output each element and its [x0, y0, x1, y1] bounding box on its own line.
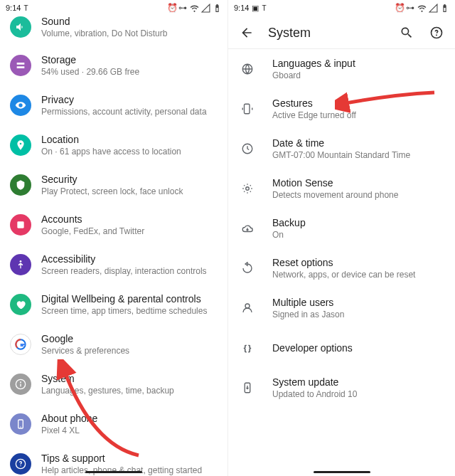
settings-item-sound[interactable]: SoundVolume, vibration, Do Not Disturb: [0, 16, 228, 46]
system-item-system-update[interactable]: System updateUpdated to Android 10: [228, 368, 455, 408]
settings-list[interactable]: SoundVolume, vibration, Do Not DisturbSt…: [0, 16, 228, 476]
settings-item-accounts[interactable]: AccountsGoogle, FedEx, and Twitter: [0, 205, 228, 245]
image-icon: ▣: [252, 4, 259, 13]
settings-item-privacy[interactable]: PrivacyPermissions, account activity, pe…: [0, 85, 228, 125]
settings-pane-main: 9:14 T ⏰ ⊶ SoundVolume, vibration, Do No…: [0, 0, 228, 476]
nav-handle[interactable]: [85, 471, 142, 473]
settings-item-subtitle: On · 61 apps have access to location: [41, 147, 181, 157]
system-item-subtitle: Network, apps, or device can be reset: [272, 270, 415, 280]
settings-item-subtitle: Play Protect, screen lock, face unlock: [41, 186, 183, 196]
svg-rect-11: [245, 104, 250, 114]
system-item-developer-options[interactable]: { }Developer options: [228, 328, 455, 368]
settings-item-system[interactable]: SystemLanguages, gestures, time, backup: [0, 364, 228, 404]
help-icon: [10, 453, 31, 475]
phone-icon: [10, 413, 31, 435]
system-item-reset-options[interactable]: Reset optionsNetwork, apps, or device ca…: [228, 248, 455, 288]
system-item-subtitle: Updated to Android 10: [272, 389, 357, 399]
system-item-title: Reset options: [272, 257, 415, 268]
update-icon: [235, 381, 259, 394]
status-time: 9:14: [234, 4, 249, 12]
back-arrow-icon: [240, 26, 254, 40]
appbar-title: System: [268, 26, 311, 41]
battery-icon: [440, 4, 449, 13]
system-item-subtitle: On: [272, 230, 306, 240]
status-icons: ⏰ ⊶: [167, 4, 222, 13]
settings-item-title: Storage: [41, 54, 139, 65]
system-item-title: Motion Sense: [272, 177, 398, 189]
appbar: System: [228, 16, 455, 49]
account-icon: [10, 214, 31, 236]
settings-item-title: Security: [41, 174, 183, 185]
settings-item-accessibility[interactable]: AccessibilityScreen readers, display, in…: [0, 245, 228, 285]
settings-item-title: System: [41, 373, 174, 384]
settings-item-subtitle: 54% used · 29.66 GB free: [41, 67, 139, 77]
system-item-title: Languages & input: [272, 58, 355, 69]
settings-item-about-phone[interactable]: About phonePixel 4 XL: [0, 404, 228, 444]
settings-item-title: Sound: [41, 16, 167, 27]
settings-item-subtitle: Languages, gestures, time, backup: [41, 386, 174, 396]
gesture-icon: [235, 102, 259, 115]
svg-rect-0: [17, 221, 23, 228]
system-item-title: Multiple users: [272, 297, 344, 308]
status-icons: ⏰ ⊶: [395, 4, 449, 13]
battery-icon: [213, 4, 222, 13]
settings-item-security[interactable]: SecurityPlay Protect, screen lock, face …: [0, 165, 228, 205]
settings-item-title: Accounts: [41, 213, 144, 225]
svg-point-7: [20, 426, 21, 427]
system-item-multiple-users[interactable]: Multiple usersSigned in as Jason: [228, 288, 455, 328]
system-item-motion-sense[interactable]: Motion SenseDetects movement around phon…: [228, 169, 455, 208]
tesla-icon: T: [23, 4, 28, 12]
clock-icon: [235, 142, 259, 155]
back-button[interactable]: [238, 24, 255, 41]
key-icon: ⊶: [178, 4, 188, 13]
settings-item-google[interactable]: GoogleServices & preferences: [0, 324, 228, 364]
system-item-date-time[interactable]: Date & timeGMT-07:00 Mountain Standard T…: [228, 129, 455, 169]
wifi-icon: [190, 4, 199, 13]
svg-point-9: [20, 465, 21, 466]
svg-text:{ }: { }: [244, 344, 251, 352]
reset-icon: [235, 262, 259, 275]
eye-icon: [10, 95, 31, 116]
settings-item-title: Accessibility: [41, 253, 207, 265]
key-icon: ⊶: [406, 4, 415, 13]
human-icon: [10, 254, 31, 275]
settings-item-title: Google: [41, 333, 129, 344]
system-item-gestures[interactable]: GesturesActive Edge turned off: [228, 89, 455, 129]
settings-item-subtitle: Pixel 4 XL: [41, 425, 97, 435]
settings-item-title: About phone: [41, 413, 97, 424]
nav-handle[interactable]: [314, 471, 370, 473]
system-item-subtitle: Active Edge turned off: [272, 110, 356, 120]
signal-icon: [201, 4, 210, 13]
settings-item-digital-wellbeing-parental-controls[interactable]: Digital Wellbeing & parental controlsScr…: [0, 285, 228, 324]
settings-item-title: Digital Wellbeing & parental controls: [41, 293, 207, 305]
svg-point-4: [20, 381, 21, 383]
braces-icon: { }: [235, 342, 259, 354]
settings-item-location[interactable]: LocationOn · 61 apps have access to loca…: [0, 125, 228, 165]
globe-icon: [235, 63, 259, 75]
alarm-icon: ⏰: [395, 4, 404, 13]
settings-pane-system: 9:14 ▣ T ⏰ ⊶ System Languages & inputGbo…: [228, 0, 455, 476]
settings-item-subtitle: Google, FedEx, and Twitter: [41, 226, 144, 236]
system-list[interactable]: Languages & inputGboardGesturesActive Ed…: [228, 49, 455, 476]
help-button[interactable]: [428, 24, 445, 41]
pin-icon: [10, 134, 31, 156]
cloud-icon: [235, 222, 259, 235]
volume-icon: [10, 16, 31, 38]
status-time: 9:14: [6, 4, 21, 12]
settings-item-title: Location: [41, 134, 181, 145]
system-item-backup[interactable]: BackupOn: [228, 208, 455, 248]
settings-item-subtitle: Screen time, app timers, bedtime schedul…: [41, 306, 207, 316]
google-icon: [10, 334, 31, 355]
search-button[interactable]: [398, 24, 415, 41]
heart-icon: [10, 294, 31, 315]
settings-item-title: Tips & support: [41, 453, 202, 464]
system-item-title: System update: [272, 376, 357, 388]
info-icon: [10, 374, 31, 395]
system-item-languages-input[interactable]: Languages & inputGboard: [228, 49, 455, 89]
settings-item-title: Privacy: [41, 94, 207, 105]
settings-item-storage[interactable]: Storage54% used · 29.66 GB free: [0, 46, 228, 85]
system-item-title: Backup: [272, 217, 306, 228]
svg-point-1: [20, 260, 22, 263]
system-item-subtitle: GMT-07:00 Mountain Standard Time: [272, 150, 410, 160]
status-bar: 9:14 ▣ T ⏰ ⊶: [228, 0, 455, 16]
